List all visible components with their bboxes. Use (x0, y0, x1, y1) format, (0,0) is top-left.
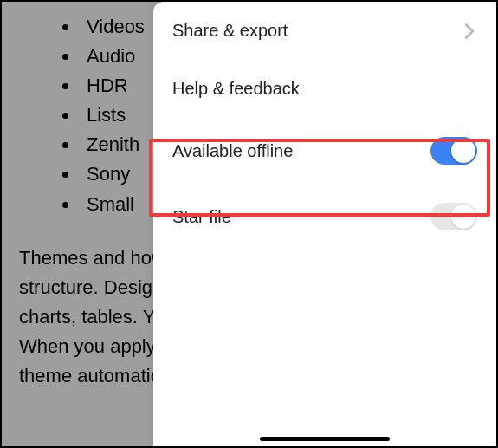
menu-label: Share & export (172, 21, 288, 41)
chevron-right-icon (462, 23, 477, 39)
menu-item-available-offline: Available offline (153, 118, 496, 184)
toggle-star-file[interactable] (430, 203, 477, 230)
menu-item-share-export[interactable]: Share & export (153, 2, 496, 60)
home-indicator[interactable] (260, 437, 390, 441)
toggle-available-offline[interactable] (430, 137, 477, 165)
toggle-knob (451, 139, 475, 163)
menu-label: Available offline (172, 141, 293, 161)
menu-label: Star file (172, 207, 231, 227)
menu-item-star-file: Star file (153, 184, 496, 250)
toggle-knob (451, 205, 475, 229)
menu-item-help-feedback[interactable]: Help & feedback (153, 60, 496, 118)
menu-label: Help & feedback (172, 79, 300, 99)
action-sheet: Share & export Help & feedback Available… (153, 2, 496, 446)
